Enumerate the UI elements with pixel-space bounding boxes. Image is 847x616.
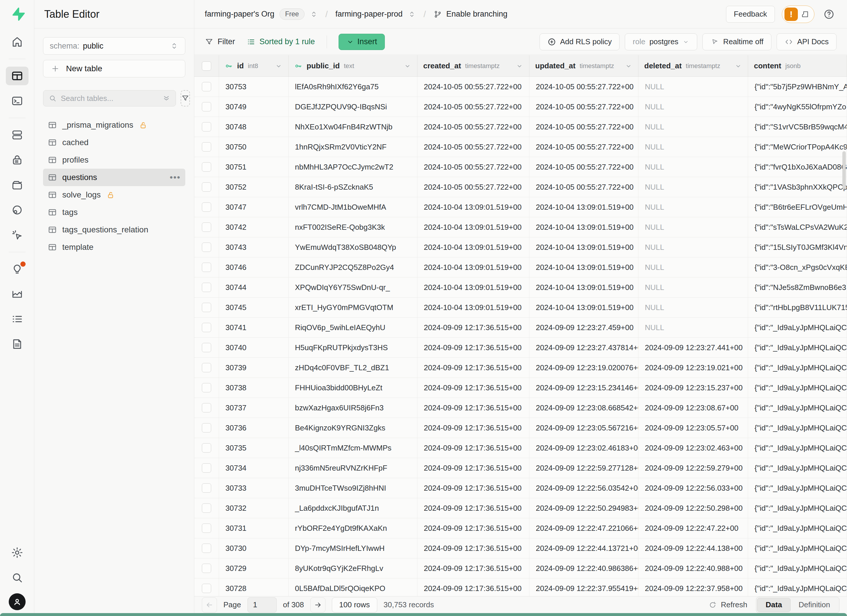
cell-content[interactable]: {"id":"sTsWaLCPsVA2WuK2 <box>748 217 847 237</box>
cell-content[interactable]: {"id":"_Id9aLyJpMHQLaiQC <box>748 458 847 478</box>
cell-content[interactable]: {"id":"_Id9aLyJpMHQLaiQC <box>748 518 847 538</box>
cell-content[interactable]: {"id":"_Id9aLyJpMHQLaiQC <box>748 478 847 498</box>
api-docs-button[interactable]: API Docs <box>777 34 837 50</box>
row-checkbox[interactable] <box>202 443 211 452</box>
cell-deleted_at[interactable]: 2024-09-09 12:22:47.22+00 <box>639 518 748 538</box>
column-header-public_id[interactable]: public_idtext <box>289 55 418 77</box>
cell-content[interactable]: {"id":"_Id9aLyJpMHQLaiQC <box>748 378 847 398</box>
enable-branching-button[interactable]: Enable branching <box>433 10 507 19</box>
cell-id[interactable]: 30745 <box>219 298 289 317</box>
cell-deleted_at[interactable]: 2024-09-09 12:23:02.463+00 <box>639 438 748 458</box>
nav-realtime[interactable] <box>6 226 28 244</box>
nav-advisors[interactable] <box>6 260 28 279</box>
cell-public_id[interactable]: bzwXazHgax6UIR58j6Fn3 <box>289 398 418 418</box>
cell-id[interactable]: 30749 <box>219 97 289 116</box>
nav-sql-editor[interactable] <box>6 91 28 110</box>
cell-deleted_at[interactable]: NULL <box>639 298 748 317</box>
cell-deleted_at[interactable]: NULL <box>639 277 748 297</box>
cell-content[interactable]: {"id":"_Id9aLyJpMHQLaiQC <box>748 498 847 518</box>
cell-updated_at[interactable]: 2024-10-05 00:55:27.722+00 <box>530 77 639 97</box>
column-header-content[interactable]: contentjsonb <box>748 55 847 77</box>
cell-id[interactable]: 30739 <box>219 358 289 377</box>
cell-deleted_at[interactable]: 2024-09-09 12:22:50.298+00 <box>639 498 748 518</box>
cell-id[interactable]: 30753 <box>219 77 289 97</box>
nav-search[interactable] <box>6 568 28 587</box>
cell-public_id[interactable]: NhXEo1Xw04FnB4RzWTNjb <box>289 117 418 137</box>
cell-public_id[interactable]: YwEmuWdqT38XoSB048QYp <box>289 237 418 257</box>
cell-created_at[interactable]: 2024-09-09 12:17:36.515+00 <box>418 398 530 418</box>
cell-id[interactable]: 30737 <box>219 398 289 418</box>
cell-updated_at[interactable]: 2024-09-09 12:23:27.437814+00 <box>530 337 639 357</box>
chevrons-double-down-icon[interactable] <box>162 94 170 102</box>
cell-content[interactable]: {"id":"_Id9aLyJpMHQLaiQC <box>748 418 847 438</box>
cell-created_at[interactable]: 2024-09-09 12:17:36.515+00 <box>418 579 530 596</box>
sidebar-table-template[interactable]: template <box>43 239 185 256</box>
row-checkbox[interactable] <box>202 142 211 152</box>
sort-button[interactable]: Sorted by 1 rule <box>246 37 315 46</box>
nav-reports[interactable] <box>6 285 28 304</box>
chevron-updown-icon[interactable] <box>408 10 416 18</box>
cell-public_id[interactable]: lEfA0sRh9hIXf62Y6ga75 <box>289 77 418 97</box>
column-header-id[interactable]: idint8 <box>219 55 289 77</box>
sidebar-table-questions[interactable]: questions••• <box>43 169 185 186</box>
nav-authentication[interactable] <box>6 151 28 169</box>
cell-id[interactable]: 30728 <box>219 579 289 596</box>
sidebar-table-tags[interactable]: tags <box>43 203 185 221</box>
cell-public_id[interactable]: FHHUioa3bidd00BHyLeZt <box>289 378 418 398</box>
cell-content[interactable]: {"id":"5b7j5Pz9WHBNmY_A <box>748 77 847 97</box>
cell-deleted_at[interactable]: 2024-09-09 12:22:44.138+00 <box>639 538 748 558</box>
cell-deleted_at[interactable]: 2024-09-09 12:22:56.033+00 <box>639 478 748 498</box>
cell-content[interactable]: {"id":"_Id9aLyJpMHQLaiQC <box>748 579 847 596</box>
cell-public_id[interactable]: 8yUKotr9qGYjK2eFRhgLv <box>289 559 418 578</box>
select-all-checkbox[interactable] <box>202 61 211 71</box>
row-checkbox[interactable] <box>202 423 211 432</box>
cell-content[interactable]: {"id":"rtHbLpgB8V11LUK7152 <box>748 298 847 317</box>
cell-id[interactable]: 30751 <box>219 157 289 177</box>
sidebar-table-solve_logs[interactable]: solve_logs <box>43 186 185 203</box>
cell-public_id[interactable]: xrETI_HyGY0mPMGVqtOTM <box>289 298 418 317</box>
cell-created_at[interactable]: 2024-10-05 00:55:27.722+00 <box>418 97 530 116</box>
cell-id[interactable]: 30733 <box>219 478 289 498</box>
cell-deleted_at[interactable]: NULL <box>639 237 748 257</box>
cell-created_at[interactable]: 2024-09-09 12:17:36.515+00 <box>418 318 530 337</box>
cell-content[interactable]: {"id":"NJe5s8ZmBwnoB6e3 <box>748 277 847 297</box>
cell-created_at[interactable]: 2024-10-05 00:55:27.722+00 <box>418 157 530 177</box>
cell-created_at[interactable]: 2024-10-05 00:55:27.722+00 <box>418 137 530 157</box>
nav-logs[interactable] <box>6 310 28 329</box>
row-checkbox[interactable] <box>202 303 211 312</box>
cell-deleted_at[interactable]: NULL <box>639 197 748 217</box>
row-checkbox[interactable] <box>202 82 211 91</box>
view-data-tab[interactable]: Data <box>757 598 790 612</box>
cell-id[interactable]: 30729 <box>219 559 289 578</box>
cell-deleted_at[interactable]: 2024-09-09 12:23:19.021+00 <box>639 358 748 377</box>
cell-public_id[interactable]: DGEJfJZPQUV9Q-IBqsNSi <box>289 97 418 116</box>
cell-deleted_at[interactable]: NULL <box>639 257 748 277</box>
cell-id[interactable]: 30734 <box>219 458 289 478</box>
cell-public_id[interactable]: _l40sQIRTmMZfcm-MWMPs <box>289 438 418 458</box>
cell-updated_at[interactable]: 2024-10-04 13:09:01.519+00 <box>530 217 639 237</box>
role-select-button[interactable]: role postgres <box>625 34 697 50</box>
nav-home[interactable] <box>6 32 28 51</box>
cell-created_at[interactable]: 2024-10-04 13:09:01.519+00 <box>418 217 530 237</box>
next-page-button[interactable] <box>310 597 326 613</box>
cell-deleted_at[interactable]: NULL <box>639 157 748 177</box>
column-menu-icon[interactable] <box>404 62 411 70</box>
cell-public_id[interactable]: zHDq4c0F0VBF_TL2_dBZ1 <box>289 358 418 377</box>
nav-storage[interactable] <box>6 176 28 194</box>
rows-per-page-button[interactable]: 100 rows <box>332 597 377 613</box>
row-checkbox[interactable] <box>202 483 211 493</box>
cell-deleted_at[interactable]: NULL <box>639 117 748 137</box>
cell-updated_at[interactable]: 2024-09-09 12:23:19.020076+00 <box>530 358 639 377</box>
cell-created_at[interactable]: 2024-10-05 00:55:27.722+00 <box>418 177 530 197</box>
column-menu-icon[interactable] <box>735 62 742 70</box>
cell-created_at[interactable]: 2024-10-04 13:09:01.519+00 <box>418 237 530 257</box>
row-checkbox[interactable] <box>202 182 211 192</box>
cell-public_id[interactable]: nj336mN5reuRVNZrKHFpF <box>289 458 418 478</box>
cell-deleted_at[interactable]: 2024-09-09 12:23:08.67+00 <box>639 398 748 418</box>
cell-updated_at[interactable]: 2024-10-04 13:09:01.519+00 <box>530 277 639 297</box>
cell-content[interactable]: {"id":"3-O8cn_xPgs0cVxqKE <box>748 257 847 277</box>
row-checkbox[interactable] <box>202 122 211 131</box>
cell-created_at[interactable]: 2024-09-09 12:17:36.515+00 <box>418 518 530 538</box>
new-table-button[interactable]: New table <box>43 60 185 77</box>
sidebar-table-cached[interactable]: cached <box>43 134 185 151</box>
